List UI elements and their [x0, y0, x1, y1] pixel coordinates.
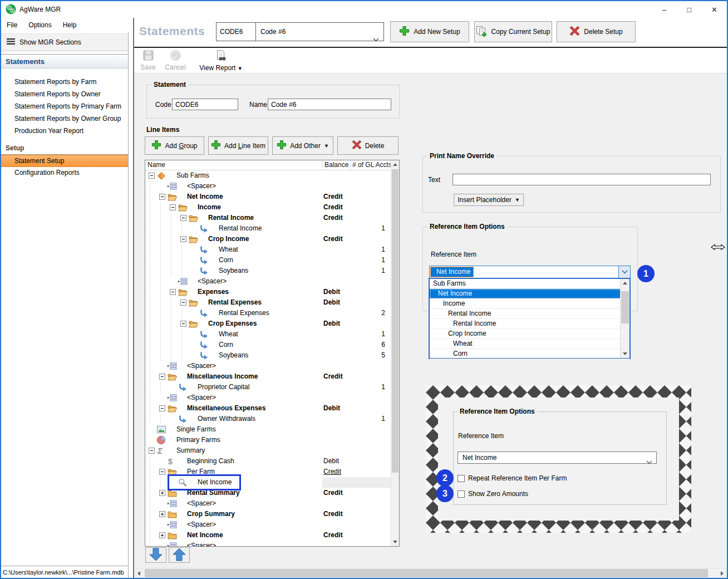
scroll-up-icon[interactable] — [621, 279, 629, 287]
add-group-button[interactable]: Add Group — [145, 136, 204, 155]
tree-row[interactable]: <Spacer> — [145, 276, 391, 287]
dropdown-item[interactable]: Wheat — [430, 339, 629, 349]
menu-item-file[interactable]: File — [1, 18, 23, 32]
checkbox[interactable] — [458, 490, 465, 498]
tree-row[interactable]: Wheat1 — [145, 244, 391, 255]
tree-row[interactable]: <Spacer> — [145, 181, 391, 192]
expand-minus-icon[interactable] — [170, 204, 176, 210]
delete-line-item-button[interactable]: Delete — [337, 136, 399, 155]
tree-row[interactable]: Primary Farms — [145, 435, 391, 445]
column-header[interactable]: # of GL Accts — [350, 160, 391, 170]
view-report-button[interactable]: View Report ▼ — [190, 50, 252, 72]
cancel-button[interactable]: Cancel — [163, 50, 188, 71]
expand-minus-icon[interactable] — [159, 194, 165, 200]
column-header[interactable]: Balance — [322, 160, 350, 170]
expand-minus-icon[interactable] — [159, 469, 165, 475]
expand-minus-icon[interactable] — [149, 173, 155, 179]
setup-name-combo[interactable]: Code #6 — [255, 22, 384, 41]
tree-row[interactable]: Owner Withdrawals1 — [145, 414, 391, 424]
menu-item-help[interactable]: Help — [57, 18, 82, 32]
tree-row[interactable]: Net IncomeCredit — [145, 192, 391, 202]
dropdown-item[interactable]: Sub Farms — [430, 279, 629, 289]
save-button[interactable]: Save — [137, 50, 159, 71]
column-header[interactable]: Name — [147, 160, 320, 170]
menu-item-options[interactable]: Options — [23, 18, 57, 32]
tree-row[interactable]: Miscellaneous ExpensesDebit — [145, 403, 391, 414]
tree-row[interactable]: Corn6 — [145, 340, 391, 350]
maximize-button[interactable]: □ — [677, 1, 702, 18]
add-line-item-button[interactable]: Add Line Item — [208, 136, 268, 155]
tree-row[interactable]: Net Income — [145, 477, 391, 488]
dropdown-item[interactable]: Crop Income — [430, 329, 629, 339]
expand-minus-icon[interactable] — [170, 289, 176, 295]
tree-row[interactable]: ExpensesDebit — [145, 287, 391, 297]
sidebar-item[interactable]: Statement Reports by Owner — [1, 88, 128, 100]
sidebar-item[interactable]: Statement Reports by Primary Farm — [1, 100, 128, 112]
tree-row[interactable]: Rental IncomeCredit — [145, 213, 391, 223]
dropdown-item[interactable]: Corn — [430, 349, 629, 359]
scrollbar-thumb[interactable] — [621, 291, 629, 323]
scroll-down-icon[interactable] — [391, 538, 399, 546]
add-other-button[interactable]: Add Other ▼ — [272, 136, 333, 155]
tree-row[interactable]: ΣSummary — [145, 445, 391, 456]
copy-current-setup-button[interactable]: Copy Current Setup — [474, 21, 552, 42]
tree-row[interactable]: Rental Expenses2 — [145, 308, 391, 318]
expand-minus-icon[interactable] — [180, 236, 186, 242]
expand-plus-icon[interactable] — [159, 532, 165, 538]
dropdown-item[interactable]: Net Income — [430, 289, 629, 299]
name-input[interactable] — [268, 99, 391, 110]
tree-row[interactable]: Wheat1 — [145, 329, 391, 340]
move-down-button[interactable] — [145, 547, 166, 563]
setup-item[interactable]: Configuration Reports — [1, 167, 128, 179]
tree-row[interactable]: Soybeans5 — [145, 350, 391, 361]
dropdown-item[interactable]: Income — [430, 299, 629, 309]
sidebar-item[interactable]: Production Year Report — [1, 125, 128, 137]
tree-row[interactable]: Miscellaneous IncomeCredit — [145, 371, 391, 382]
insert-placeholder-button[interactable]: Insert Placeholder ▼ — [454, 194, 524, 206]
delete-setup-button[interactable]: Delete Setup — [557, 21, 636, 42]
expand-plus-icon[interactable] — [159, 511, 165, 517]
tree-row[interactable]: Sub Farms — [145, 170, 391, 181]
tree-row[interactable]: Rental Income1 — [145, 223, 391, 234]
horizontal-scrollbar[interactable] — [134, 568, 727, 578]
sidebar-item[interactable]: Statement Reports by Owner Group — [1, 112, 128, 125]
close-button[interactable]: ✕ — [702, 1, 727, 18]
expand-minus-icon[interactable] — [180, 300, 186, 306]
tree-row[interactable]: Crop ExpensesDebit — [145, 318, 391, 329]
tree-row[interactable]: Crop SummaryCredit — [145, 509, 391, 519]
reference-item-combo[interactable]: Net Income — [429, 266, 631, 278]
scrollbar-thumb[interactable] — [145, 569, 708, 577]
setup-item[interactable]: Statement Setup — [1, 155, 128, 167]
dropdown-item[interactable]: Rental Income — [430, 319, 629, 329]
tree-row[interactable]: $Beginning CashDebit — [145, 456, 391, 467]
tree-row[interactable]: <Spacer> — [145, 519, 391, 530]
print-name-text-input[interactable] — [452, 174, 711, 185]
tree-row[interactable]: <Spacer> — [145, 392, 391, 403]
scroll-right-icon[interactable] — [717, 568, 727, 578]
dropdown-scrollbar[interactable] — [620, 279, 629, 358]
scroll-down-icon[interactable] — [621, 350, 629, 358]
show-mgr-sections-button[interactable]: Show MGR Sections — [1, 33, 128, 51]
scroll-up-icon[interactable] — [391, 160, 399, 169]
add-new-setup-button[interactable]: Add New Setup — [390, 21, 469, 42]
tree-row[interactable]: Soybeans1 — [145, 266, 391, 276]
expand-minus-icon[interactable] — [159, 405, 165, 411]
tree-row[interactable]: Single Farms — [145, 424, 391, 435]
checkbox[interactable] — [458, 475, 465, 482]
move-up-button[interactable] — [169, 547, 190, 563]
expand-minus-icon[interactable] — [149, 448, 155, 454]
expand-minus-icon[interactable] — [180, 321, 186, 327]
code-input[interactable] — [172, 99, 238, 110]
tree-row[interactable]: Corn1 — [145, 255, 391, 266]
scrollbar-thumb[interactable] — [392, 169, 399, 473]
combo-dropdown-button[interactable] — [618, 266, 630, 278]
tree-row[interactable]: Crop IncomeCredit — [145, 234, 391, 244]
sidebar-item[interactable]: Statement Reports by Farm — [1, 76, 128, 88]
tree-row[interactable]: Net IncomeCredit — [145, 530, 391, 541]
callout-reference-item-combo[interactable]: Net Income — [458, 452, 657, 464]
expand-minus-icon[interactable] — [180, 215, 186, 221]
expand-plus-icon[interactable] — [159, 490, 165, 496]
dropdown-item[interactable]: Rental Income — [430, 309, 629, 319]
tree-scrollbar[interactable] — [391, 160, 399, 546]
tree-row[interactable]: Rental ExpensesDebit — [145, 297, 391, 308]
